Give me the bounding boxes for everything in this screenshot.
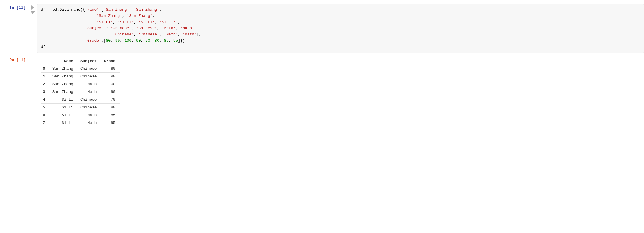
row-index: 0 xyxy=(41,65,50,72)
cell-col-1: San Zhang xyxy=(50,88,78,96)
table-row: 6Si LiMath85 xyxy=(41,111,120,119)
output-cell: Out[11]: Name Subject Grade 0San ZhangCh… xyxy=(0,55,644,129)
cell-col-1: Si Li xyxy=(50,96,78,103)
cell-col-2: Math xyxy=(78,119,102,127)
cell-col-2: Math xyxy=(78,80,102,88)
table-row: 7Si LiMath95 xyxy=(41,119,120,127)
row-index: 1 xyxy=(41,72,50,80)
col-header-grade: Grade xyxy=(102,58,120,65)
cell-col-2: Math xyxy=(78,111,102,119)
cell-col-3: 70 xyxy=(102,96,120,103)
input-label: In [11]: xyxy=(0,4,30,10)
cell-col-2: Math xyxy=(78,88,102,96)
collapse-arrow-right[interactable] xyxy=(31,5,34,10)
cell-col-1: Si Li xyxy=(50,103,78,111)
cell-col-1: Si Li xyxy=(50,119,78,127)
cell-col-3: 95 xyxy=(102,119,120,127)
table-row: 2San ZhangMath100 xyxy=(41,80,120,88)
collapse-arrow-down[interactable] xyxy=(31,11,35,14)
row-index: 3 xyxy=(41,88,50,96)
cell-col-1: San Zhang xyxy=(50,72,78,80)
cell-col-2: Chinese xyxy=(78,96,102,103)
notebook-container: In [11]: df = pd.DataFrame({'Name':['San… xyxy=(0,0,644,135)
table-row: 3San ZhangMath90 xyxy=(41,88,120,96)
input-cell: In [11]: df = pd.DataFrame({'Name':['San… xyxy=(0,3,644,54)
output-content: Name Subject Grade 0San ZhangChinese801S… xyxy=(37,57,644,128)
cell-col-3: 80 xyxy=(102,65,120,72)
cell-col-1: San Zhang xyxy=(50,65,78,72)
cell-col-3: 90 xyxy=(102,88,120,96)
col-header-subject: Subject xyxy=(78,58,102,65)
cell-col-3: 80 xyxy=(102,103,120,111)
cell-col-2: Chinese xyxy=(78,103,102,111)
code-text: df = pd.DataFrame({'Name':['San Zhang', … xyxy=(41,7,640,50)
row-index: 7 xyxy=(41,119,50,127)
cell-col-3: 85 xyxy=(102,111,120,119)
row-index: 5 xyxy=(41,103,50,111)
table-row: 0San ZhangChinese80 xyxy=(41,65,120,72)
row-index: 6 xyxy=(41,111,50,119)
col-header-index xyxy=(41,58,50,65)
dataframe-table: Name Subject Grade 0San ZhangChinese801S… xyxy=(41,58,120,127)
table-row: 1San ZhangChinese90 xyxy=(41,72,120,80)
table-row: 4Si LiChinese70 xyxy=(41,96,120,103)
row-index: 4 xyxy=(41,96,50,103)
table-row: 5Si LiChinese80 xyxy=(41,103,120,111)
col-header-name: Name xyxy=(50,58,78,65)
cell-col-1: San Zhang xyxy=(50,80,78,88)
cell-col-3: 100 xyxy=(102,80,120,88)
row-index: 2 xyxy=(41,80,50,88)
cell-col-1: Si Li xyxy=(50,111,78,119)
cell-col-2: Chinese xyxy=(78,72,102,80)
cell-col-3: 90 xyxy=(102,72,120,80)
table-header-row: Name Subject Grade xyxy=(41,58,120,65)
cell-col-2: Chinese xyxy=(78,65,102,72)
cell-controls xyxy=(30,4,37,14)
output-label: Out[11]: xyxy=(0,57,30,62)
code-cell-content[interactable]: df = pd.DataFrame({'Name':['San Zhang', … xyxy=(37,4,644,53)
